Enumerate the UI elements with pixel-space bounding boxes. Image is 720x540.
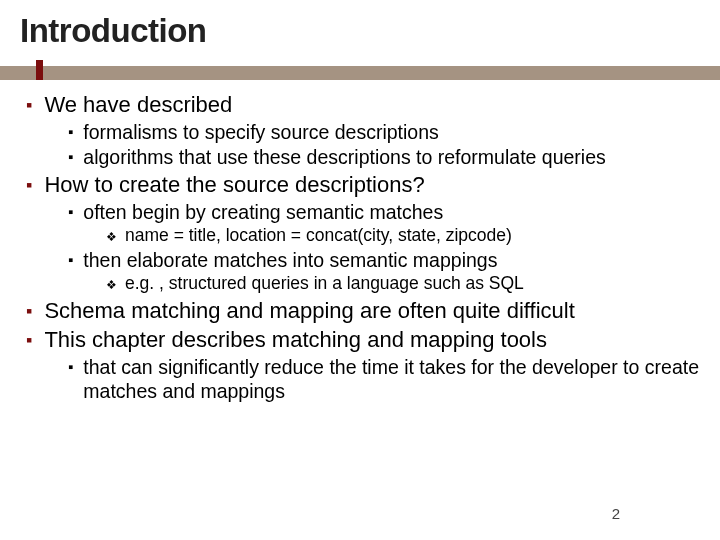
divider-tick	[36, 60, 43, 80]
square-bullet-icon: ▪	[68, 120, 73, 144]
bullet-text: We have described	[44, 92, 232, 118]
square-bullet-icon: ▪	[26, 298, 32, 324]
bullet-l1: ▪ Schema matching and mapping are often …	[26, 298, 700, 324]
bullet-l1: ▪ This chapter describes matching and ma…	[26, 327, 700, 353]
square-bullet-icon: ▪	[68, 355, 73, 403]
bullet-text: e.g. , structured queries in a language …	[125, 273, 524, 295]
diamond-bullet-icon: ❖	[106, 275, 117, 295]
bullet-l2: ▪ then elaborate matches into semantic m…	[68, 248, 700, 272]
bullet-l2: ▪ often begin by creating semantic match…	[68, 200, 700, 224]
bullet-l2: ▪ formalisms to specify source descripti…	[68, 120, 700, 144]
bullet-text: Schema matching and mapping are often qu…	[44, 298, 574, 324]
square-bullet-icon: ▪	[26, 327, 32, 353]
bullet-text: often begin by creating semantic matches	[83, 200, 443, 224]
divider-bar	[0, 66, 720, 80]
page-number: 2	[612, 505, 620, 522]
bullet-text: that can significantly reduce the time i…	[83, 355, 700, 403]
slide-title: Introduction	[20, 12, 700, 50]
square-bullet-icon: ▪	[68, 200, 73, 224]
body-content: ▪ We have described ▪ formalisms to spec…	[20, 92, 700, 403]
bullet-text: name = title, location = concat(city, st…	[125, 225, 512, 247]
bullet-text: algorithms that use these descriptions t…	[83, 145, 605, 169]
square-bullet-icon: ▪	[68, 248, 73, 272]
bullet-text: How to create the source descriptions?	[44, 172, 424, 198]
bullet-l2: ▪ algorithms that use these descriptions…	[68, 145, 700, 169]
slide: Introduction ▪ We have described ▪ forma…	[0, 0, 720, 540]
bullet-text: This chapter describes matching and mapp…	[44, 327, 547, 353]
diamond-bullet-icon: ❖	[106, 227, 117, 247]
square-bullet-icon: ▪	[26, 92, 32, 118]
square-bullet-icon: ▪	[68, 145, 73, 169]
bullet-l2: ▪ that can significantly reduce the time…	[68, 355, 700, 403]
bullet-text: then elaborate matches into semantic map…	[83, 248, 497, 272]
title-divider	[20, 60, 700, 82]
bullet-text: formalisms to specify source description…	[83, 120, 438, 144]
bullet-l1: ▪ How to create the source descriptions?	[26, 172, 700, 198]
bullet-l1: ▪ We have described	[26, 92, 700, 118]
bullet-l3: ❖ e.g. , structured queries in a languag…	[106, 273, 700, 295]
square-bullet-icon: ▪	[26, 172, 32, 198]
bullet-l3: ❖ name = title, location = concat(city, …	[106, 225, 700, 247]
